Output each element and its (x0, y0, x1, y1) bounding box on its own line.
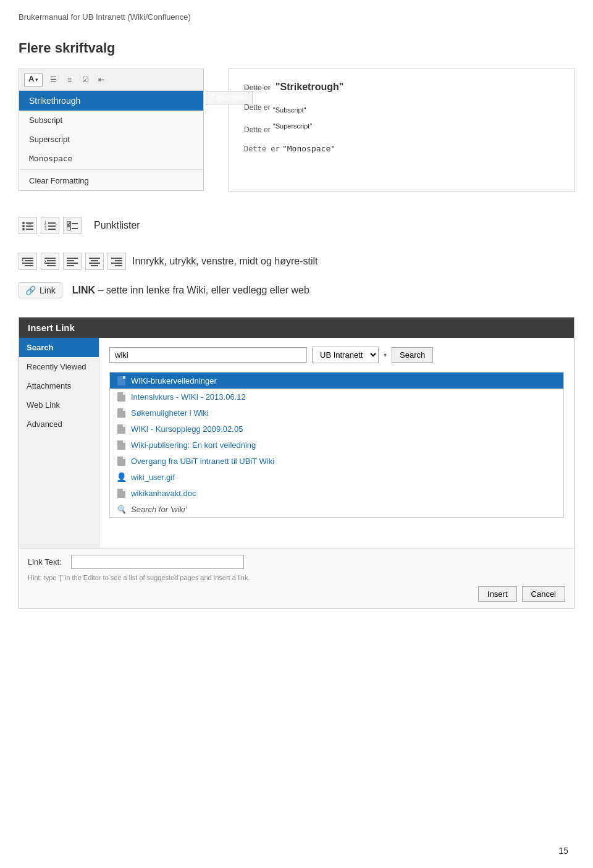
dialog-action-buttons: Insert Cancel (28, 586, 565, 602)
text-examples-panel: Dette er "Striketrough" Dette er "Subscr… (229, 69, 574, 192)
svg-rect-5 (26, 229, 33, 230)
dialog-title: Insert Link (28, 322, 75, 333)
task-list-icon[interactable]: ☑ (78, 73, 92, 86)
numbered-list-icon[interactable]: ≡ (62, 73, 76, 86)
dialog-search-input[interactable] (109, 347, 307, 363)
result-icon-4 (116, 440, 126, 450)
cancel-button[interactable]: Cancel (522, 586, 565, 602)
innrykk-section: Innrykk, utrykk, venstre, midt og høyre-… (19, 253, 574, 270)
dialog-content: UB Intranett ▾ Search WIKi-brukerveiledn… (99, 338, 574, 548)
align-center-icon[interactable] (85, 253, 104, 270)
svg-rect-16 (22, 258, 33, 259)
svg-point-4 (22, 228, 25, 230)
menu-item-superscript[interactable]: Superscript (19, 130, 203, 149)
result-icon-0 (116, 376, 126, 386)
sidebar-item-recently-viewed[interactable]: Recently Viewed (19, 357, 99, 376)
bullet-list-icon[interactable]: ☰ (46, 73, 60, 86)
svg-rect-34 (111, 263, 122, 264)
svg-rect-31 (91, 265, 98, 266)
punktlister-section: 1. 2. 3. Punktlister (19, 217, 574, 234)
result-item-6[interactable]: 👤 wiki_user.gif (110, 469, 563, 485)
svg-rect-28 (89, 258, 100, 259)
result-icon-2 (116, 408, 126, 418)
dialog-results: WIKi-brukerveiledninger Intensivkurs - W… (109, 372, 564, 518)
svg-rect-1 (26, 222, 33, 224)
link-description: LINK – sette inn lenke fra Wiki, eller v… (72, 285, 309, 296)
sidebar-item-search[interactable]: Search (19, 338, 99, 357)
indent-left-icon[interactable] (19, 253, 37, 270)
result-item-8[interactable]: 🔍 Search for 'wiki' (110, 501, 563, 517)
svg-rect-22 (44, 263, 56, 264)
section-title-skriftvalg: Flere skriftvalg (19, 40, 574, 56)
svg-rect-14 (67, 227, 70, 230)
insert-button[interactable]: Insert (478, 586, 517, 602)
svg-rect-27 (67, 265, 74, 266)
result-icon-3 (116, 424, 126, 434)
result-item-2[interactable]: Søkemuligheter i Wiki (110, 405, 563, 421)
example-strikethrough: Dette er "Striketrough" (244, 82, 559, 93)
svg-rect-9 (48, 225, 56, 227)
toolbar-top: A ▾ ☰ ≡ ☑ ⇤ (19, 69, 203, 91)
result-icon-7 (116, 488, 126, 498)
svg-rect-17 (25, 260, 33, 261)
sidebar-item-attachments[interactable]: Attachments (19, 376, 99, 395)
innrykk-label: Innrykk, utrykk, venstre, midt og høyre-… (132, 256, 318, 267)
sidebar-item-web-link[interactable]: Web Link (19, 395, 99, 415)
result-item-0[interactable]: WIKi-brukerveiledninger (110, 373, 563, 389)
result-icon-5 (116, 456, 126, 466)
scope-arrow: ▾ (384, 352, 387, 358)
svg-point-0 (22, 222, 25, 224)
svg-rect-30 (89, 263, 100, 264)
link-text-input[interactable] (71, 555, 244, 569)
sidebar-item-advanced[interactable]: Advanced (19, 415, 99, 434)
svg-rect-35 (115, 265, 122, 266)
example-monospace: Dette er "Monospace" (244, 143, 559, 153)
menu-item-monospace[interactable]: Monospace (19, 149, 203, 168)
menu-item-clear[interactable]: Clear Formatting (19, 171, 203, 190)
unordered-list-icon[interactable] (19, 217, 37, 234)
svg-rect-26 (67, 263, 78, 264)
toolbar-panel: A ▾ ☰ ≡ ☑ ⇤ Strikethrough Strikethrou (19, 69, 204, 191)
task-list-icon[interactable] (63, 217, 82, 234)
result-item-1[interactable]: Intensivkurs - WIKI - 2013.06.12 (110, 389, 563, 405)
align-right-icon[interactable] (107, 253, 126, 270)
svg-rect-15 (72, 228, 78, 229)
svg-rect-21 (47, 260, 56, 261)
svg-rect-24 (67, 258, 78, 259)
font-button[interactable]: A ▾ (24, 74, 43, 86)
dialog-search-button[interactable]: Search (392, 347, 433, 363)
result-item-4[interactable]: Wiki-publisering: En kort veiledning (110, 437, 563, 453)
insert-link-dialog: Insert Link Search Recently Viewed Attac… (19, 317, 574, 609)
dialog-footer: Link Text: Hint: type '[' in the Editor … (19, 548, 574, 608)
indent-icon[interactable]: ⇤ (95, 73, 108, 86)
menu-item-subscript[interactable]: Subscript (19, 111, 203, 130)
link-chain-icon: 🔗 (25, 285, 36, 295)
result-item-5[interactable]: Overgang fra UBiT intranett til UBiT Wik… (110, 453, 563, 469)
svg-rect-13 (72, 223, 78, 224)
result-icon-1 (116, 392, 126, 402)
result-item-3[interactable]: WIKI - Kursopplegg 2009.02.05 (110, 421, 563, 437)
svg-text:3.: 3. (44, 227, 47, 230)
outdent-icon[interactable] (41, 253, 59, 270)
dialog-sidebar: Search Recently Viewed Attachments Web L… (19, 338, 99, 548)
link-text-label: Link Text: (28, 557, 65, 567)
menu-item-strikethrough[interactable]: Strikethrough Strikethrou (19, 91, 203, 111)
svg-rect-3 (26, 225, 33, 227)
align-left-icon[interactable] (63, 253, 82, 270)
example-superscript: Dette er "Superscript" (244, 122, 559, 134)
menu-divider (19, 169, 203, 170)
punktlister-label: Punktlister (94, 220, 140, 231)
svg-rect-25 (67, 260, 74, 261)
svg-rect-20 (44, 258, 56, 259)
link-row: 🔗 Link LINK – sette inn lenke fra Wiki, … (19, 282, 574, 298)
link-button[interactable]: 🔗 Link (19, 282, 62, 298)
svg-rect-18 (22, 263, 33, 264)
dialog-body: Search Recently Viewed Attachments Web L… (19, 338, 574, 548)
dialog-scope-select[interactable]: UB Intranett (312, 347, 379, 363)
result-icon-6: 👤 (116, 472, 126, 482)
result-item-7[interactable]: wikikanhavakt.doc (110, 485, 563, 501)
ordered-list-icon[interactable]: 1. 2. 3. (41, 217, 59, 234)
result-icon-8: 🔍 (116, 504, 126, 514)
list-icons: ☰ ≡ ☑ ⇤ (46, 73, 108, 86)
strikethrough-tooltip: Strikethrou (206, 91, 253, 104)
